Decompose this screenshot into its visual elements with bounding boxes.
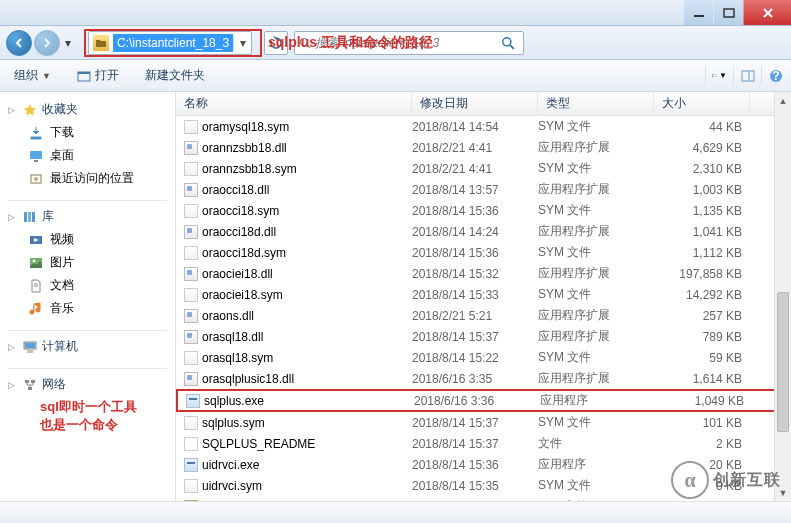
file-type-icon: [184, 416, 202, 430]
file-date: 2018/8/14 14:24: [412, 225, 538, 239]
videos-icon: [28, 232, 44, 248]
file-name: xstreams.jar: [202, 500, 412, 502]
address-path[interactable]: C:\instantclient_18_3: [113, 34, 233, 52]
sidebar-item-downloads[interactable]: 下载: [0, 121, 175, 144]
column-name-header[interactable]: 名称: [176, 92, 412, 115]
file-date: 2018/8/14 15:37: [412, 416, 538, 430]
libraries-label: 库: [42, 208, 54, 225]
file-name: sqlplus.exe: [204, 394, 414, 408]
file-date: 2018/8/14 15:33: [412, 288, 538, 302]
file-name: oraociei18.sym: [202, 288, 412, 302]
file-row[interactable]: oraocci18.dll2018/8/14 13:57应用程序扩展1,003 …: [176, 179, 791, 200]
file-date: 2018/8/14 15:35: [412, 479, 538, 493]
preview-pane-button[interactable]: [733, 66, 755, 86]
file-row[interactable]: oraociei18.sym2018/8/14 15:33SYM 文件14,29…: [176, 284, 791, 305]
sidebar-computer-header[interactable]: ▷ 计算机: [0, 335, 175, 358]
file-name: orasql18.sym: [202, 351, 412, 365]
file-row[interactable]: oraocci18d.dll2018/8/14 14:24应用程序扩展1,041…: [176, 221, 791, 242]
view-options-button[interactable]: ▼: [705, 66, 727, 86]
main-area: ▷ 收藏夹 下载 桌面 最近访问的位置 ▷ 库: [0, 92, 791, 501]
file-row[interactable]: orannzsbb18.dll2018/2/21 4:41应用程序扩展4,629…: [176, 137, 791, 158]
sidebar-libraries-header[interactable]: ▷ 库: [0, 205, 175, 228]
sidebar-network-header[interactable]: ▷ 网络: [0, 373, 175, 396]
open-label: 打开: [95, 67, 119, 84]
sidebar-item-music[interactable]: 音乐: [0, 297, 175, 320]
scroll-up-button[interactable]: ▲: [775, 92, 791, 109]
file-type: 应用程序扩展: [538, 265, 654, 282]
file-row[interactable]: oraociei18.dll2018/8/14 15:32应用程序扩展197,8…: [176, 263, 791, 284]
collapse-icon: ▷: [8, 380, 18, 390]
file-date: 2018/2/21 5:21: [412, 309, 538, 323]
nav-history-dropdown[interactable]: ▾: [62, 36, 74, 50]
vertical-scrollbar[interactable]: ▲ ▼: [774, 92, 791, 501]
close-button[interactable]: [743, 0, 791, 25]
organize-button[interactable]: 组织 ▼: [8, 65, 57, 86]
sidebar-favorites-header[interactable]: ▷ 收藏夹: [0, 98, 175, 121]
file-row[interactable]: orasql18.dll2018/8/14 15:37应用程序扩展789 KB: [176, 326, 791, 347]
file-row[interactable]: oraocci18d.sym2018/8/14 15:36SYM 文件1,112…: [176, 242, 791, 263]
file-date: 2018/8/14 15:32: [412, 267, 538, 281]
network-label: 网络: [42, 376, 66, 393]
file-row[interactable]: orasql18.sym2018/8/14 15:22SYM 文件59 KB: [176, 347, 791, 368]
sidebar-item-recent[interactable]: 最近访问的位置: [0, 167, 175, 190]
music-icon: [28, 301, 44, 317]
file-size: 59 KB: [654, 351, 742, 365]
file-type: 应用程序扩展: [538, 139, 654, 156]
sidebar-item-documents[interactable]: 文档: [0, 274, 175, 297]
sidebar-item-videos[interactable]: 视频: [0, 228, 175, 251]
file-type: 应用程序: [538, 456, 654, 473]
address-dropdown[interactable]: ▾: [233, 36, 251, 50]
file-type: 应用程序扩展: [538, 223, 654, 240]
file-name: orasqlplusic18.dll: [202, 372, 412, 386]
title-bar: [0, 0, 791, 26]
desktop-label: 桌面: [50, 147, 74, 164]
forward-button[interactable]: [34, 30, 60, 56]
file-row[interactable]: sqlplus.exe2018/6/16 3:36应用程序1,049 KB: [176, 389, 791, 412]
column-type-header[interactable]: 类型: [538, 92, 654, 115]
svg-rect-17: [34, 160, 38, 162]
file-type-icon: [184, 458, 202, 472]
file-row[interactable]: sqlplus.sym2018/8/14 15:37SYM 文件101 KB: [176, 412, 791, 433]
file-type-icon: [184, 372, 202, 386]
nav-arrows: ▾: [6, 30, 74, 56]
sidebar-group-computer: ▷ 计算机: [0, 335, 175, 358]
svg-rect-21: [28, 212, 31, 222]
watermark-symbol: α: [671, 461, 709, 499]
column-date-header[interactable]: 修改日期: [412, 92, 538, 115]
file-date: 2018/2/21 4:41: [412, 141, 538, 155]
documents-icon: [28, 278, 44, 294]
file-date: 2018/8/14 15:37: [412, 330, 538, 344]
file-size: 14,292 KB: [654, 288, 742, 302]
column-size-header[interactable]: 大小: [654, 92, 750, 115]
minimize-button[interactable]: [683, 0, 713, 25]
sidebar-item-desktop[interactable]: 桌面: [0, 144, 175, 167]
file-size: 789 KB: [654, 330, 742, 344]
file-row[interactable]: orannzsbb18.sym2018/2/21 4:41SYM 文件2,310…: [176, 158, 791, 179]
file-date: 2018/8/14 15:22: [412, 351, 538, 365]
svg-rect-9: [712, 76, 713, 77]
help-button[interactable]: ?: [761, 66, 783, 86]
file-row[interactable]: oramysql18.sym2018/8/14 14:54SYM 文件44 KB: [176, 116, 791, 137]
sidebar-item-pictures[interactable]: 图片: [0, 251, 175, 274]
file-size: 44 KB: [654, 120, 742, 134]
address-bar[interactable]: C:\instantclient_18_3 ▾: [88, 31, 252, 55]
file-row[interactable]: oraocci18.sym2018/8/14 15:36SYM 文件1,135 …: [176, 200, 791, 221]
sidebar-group-libraries: ▷ 库 视频 图片 文档 音乐: [0, 205, 175, 320]
back-button[interactable]: [6, 30, 32, 56]
maximize-icon: [723, 8, 735, 18]
file-row[interactable]: oraons.dll2018/2/21 5:21应用程序扩展257 KB: [176, 305, 791, 326]
file-row[interactable]: SQLPLUS_README2018/8/14 15:37文件2 KB: [176, 433, 791, 454]
open-button[interactable]: 打开: [71, 65, 125, 86]
file-date: 2018/8/14 13:57: [412, 183, 538, 197]
status-bar: [0, 501, 791, 523]
sidebar-group-favorites: ▷ 收藏夹 下载 桌面 最近访问的位置: [0, 98, 175, 190]
file-type-icon: [184, 120, 202, 134]
file-row[interactable]: orasqlplusic18.dll2018/6/16 3:35应用程序扩展1,…: [176, 368, 791, 389]
annotation-path-label: sqlplus 工具和命令的路径: [268, 34, 433, 52]
file-type-icon: [184, 183, 202, 197]
file-type: SYM 文件: [538, 286, 654, 303]
new-folder-button[interactable]: 新建文件夹: [139, 65, 211, 86]
search-go-icon[interactable]: [501, 36, 515, 50]
scroll-thumb[interactable]: [777, 292, 789, 432]
maximize-button[interactable]: [713, 0, 743, 25]
